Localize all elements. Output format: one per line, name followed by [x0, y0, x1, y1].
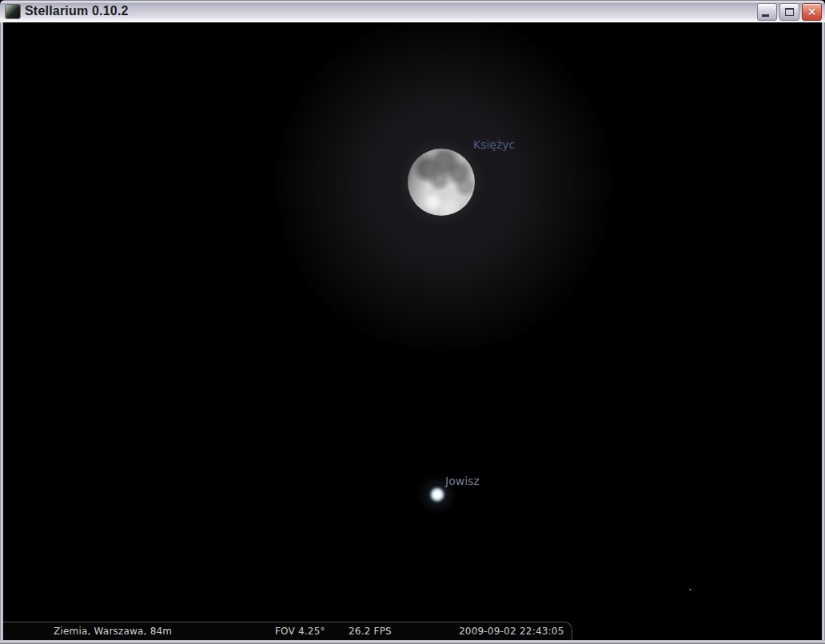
- jupiter-label: Jowisz: [445, 475, 480, 487]
- maximize-button[interactable]: [779, 3, 799, 21]
- location-text: Ziemia, Warszawa, 84m: [54, 626, 172, 637]
- moon-label: Księżyc: [473, 139, 515, 150]
- time-text: 22:43:05: [520, 626, 564, 637]
- faint-star: [689, 589, 691, 590]
- date-text: 2009-09-02: [459, 626, 516, 637]
- window-border-bottom: [0, 640, 825, 644]
- close-button[interactable]: ✕: [802, 3, 822, 21]
- jupiter-object[interactable]: [428, 485, 447, 504]
- moon-object[interactable]: [408, 149, 475, 216]
- window-title: Stellarium 0.10.2: [25, 4, 129, 18]
- status-bar: Ziemia, Warszawa, 84m FOV 4.25° 26.2 FPS…: [3, 622, 572, 640]
- close-x-icon: ✕: [803, 4, 821, 20]
- minimize-icon: [762, 14, 769, 17]
- maximize-icon: [785, 8, 794, 16]
- title-bar[interactable]: Stellarium 0.10.2 ✕: [0, 0, 825, 22]
- sky-viewport[interactable]: Księżyc Jowisz Ziemia, Warszawa, 84m FOV…: [3, 22, 822, 640]
- app-window: Stellarium 0.10.2 ✕ Księżyc Jowisz Ziemi…: [0, 0, 825, 644]
- minimize-button[interactable]: [757, 3, 777, 21]
- stellarium-app-icon[interactable]: [6, 5, 20, 18]
- window-controls: ✕: [757, 3, 822, 21]
- fps-text: 26.2 FPS: [349, 626, 392, 637]
- window-border-right: [822, 22, 825, 640]
- fov-text: FOV 4.25°: [275, 626, 325, 637]
